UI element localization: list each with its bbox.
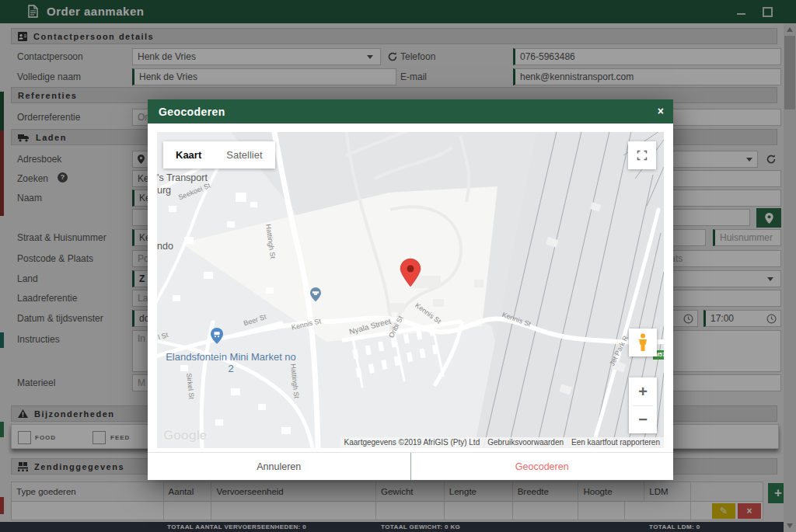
close-icon[interactable]: × [658, 105, 664, 117]
cancel-button[interactable]: Annuleren [148, 453, 410, 480]
fullscreen-icon [636, 149, 648, 162]
zoom-in-button[interactable]: + [629, 377, 657, 405]
place-label: urg [157, 185, 171, 196]
market-poi-label[interactable]: Elandsfontein Mini Market no 2 [165, 352, 297, 375]
google-logo[interactable]: Google [163, 428, 207, 443]
map-data-attribution: Kaartgegevens ©2019 AfriGIS (Pty) Ltd [340, 437, 484, 448]
map-tab-kaart[interactable]: Kaart [163, 141, 214, 169]
map-type-control: Kaart Satelliet [163, 141, 275, 169]
map-graphics [157, 132, 664, 448]
report-error-link[interactable]: Een kaartfout rapporteren [567, 437, 664, 448]
terms-link[interactable]: Gebruiksvoorwaarden [484, 437, 567, 448]
map-attribution: Kaartgegevens ©2019 AfriGIS (Pty) Ltd Ge… [340, 437, 664, 448]
app-window: Order aanmaken Contactpersoon details Co… [0, 0, 796, 532]
place-label: ndo [157, 241, 173, 252]
modal-header: Geocoderen × [148, 99, 673, 123]
modal-footer: Annuleren Geocoderen [148, 452, 673, 480]
divider [633, 405, 653, 406]
map-tab-satelliet[interactable]: Satelliet [214, 141, 274, 169]
geocoderen-confirm-button[interactable]: Geocoderen [410, 453, 674, 480]
streetview-pegman[interactable] [629, 329, 657, 356]
fullscreen-button[interactable] [628, 141, 656, 169]
modal-title: Geocoderen [159, 106, 225, 118]
geocoderen-modal: Geocoderen × [148, 99, 673, 480]
place-label: 's Transport [157, 172, 208, 183]
map-canvas[interactable]: 's Transport urg Seekoei St Hattingh St … [157, 132, 664, 448]
pegman-icon [637, 333, 648, 352]
zoom-out-button[interactable]: − [629, 405, 657, 433]
map-zoom-control: + − [629, 377, 657, 433]
